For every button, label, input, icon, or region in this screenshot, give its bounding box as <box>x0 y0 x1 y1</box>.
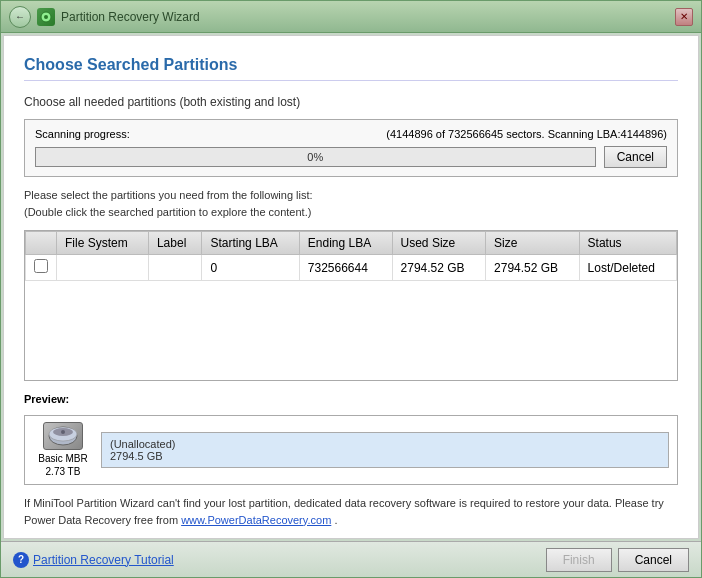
col-status: Status <box>579 232 676 255</box>
row-status: Lost/Deleted <box>579 255 676 281</box>
row-ending-lba: 732566644 <box>299 255 392 281</box>
progress-label-row: Scanning progress: (4144896 of 732566645… <box>35 128 667 140</box>
col-ending-lba: Ending LBA <box>299 232 392 255</box>
row-size: 2794.52 GB <box>486 255 580 281</box>
col-size: Size <box>486 232 580 255</box>
content-area: Choose Searched Partitions Choose all ne… <box>3 35 699 539</box>
footer-link[interactable]: www.PowerDataRecovery.com <box>181 514 331 526</box>
progress-cancel-button[interactable]: Cancel <box>604 146 667 168</box>
col-used-size: Used Size <box>392 232 486 255</box>
progress-bar-text: 0% <box>307 151 323 163</box>
row-label <box>148 255 202 281</box>
preview-bar-text: (Unallocated) 2794.5 GB <box>110 438 175 462</box>
footer-text-1: If MiniTool Partition Wizard can't find … <box>24 497 664 509</box>
table-row[interactable]: 0 732566644 2794.52 GB 2794.52 GB Lost/D… <box>26 255 677 281</box>
app-icon <box>37 8 55 26</box>
bottom-buttons: Finish Cancel <box>546 548 689 572</box>
col-starting-lba: Starting LBA <box>202 232 299 255</box>
progress-bar-container: 0% <box>35 147 596 167</box>
preview-section: Basic MBR 2.73 TB (Unallocated) 2794.5 G… <box>24 415 678 485</box>
select-instruction-line2: (Double click the searched partition to … <box>24 204 678 221</box>
tutorial-link[interactable]: ? Partition Recovery Tutorial <box>13 552 174 568</box>
page-instruction: Choose all needed partitions (both exist… <box>24 95 678 109</box>
partition-table: File System Label Starting LBA Ending LB… <box>25 231 677 281</box>
preview-bar-area: (Unallocated) 2794.5 GB <box>101 432 669 468</box>
preview-label: Preview: <box>24 393 69 405</box>
help-icon: ? <box>13 552 29 568</box>
svg-point-5 <box>61 430 65 434</box>
page-title: Choose Searched Partitions <box>24 56 678 81</box>
progress-detail: (4144896 of 732566645 sectors. Scanning … <box>386 128 667 140</box>
title-bar: ← Partition Recovery Wizard ✕ <box>1 1 701 33</box>
bottom-bar: ? Partition Recovery Tutorial Finish Can… <box>1 541 701 577</box>
progress-bar-row: 0% Cancel <box>35 146 667 168</box>
select-instruction: Please select the partitions you need fr… <box>24 187 678 220</box>
back-button[interactable]: ← <box>9 6 31 28</box>
row-checkbox-cell[interactable] <box>26 255 57 281</box>
footer-text-2: Power Data Recovery free from <box>24 514 181 526</box>
window-frame: ← Partition Recovery Wizard ✕ Choose Sea… <box>0 0 702 578</box>
table-header-row: File System Label Starting LBA Ending LB… <box>26 232 677 255</box>
footer-period: . <box>334 514 337 526</box>
row-checkbox[interactable] <box>34 259 48 273</box>
finish-button[interactable]: Finish <box>546 548 612 572</box>
row-starting-lba: 0 <box>202 255 299 281</box>
title-bar-left: ← Partition Recovery Wizard <box>9 6 669 28</box>
preview-disk-label: Basic MBR 2.73 TB <box>38 452 87 478</box>
close-button[interactable]: ✕ <box>675 8 693 26</box>
row-used-size: 2794.52 GB <box>392 255 486 281</box>
svg-point-1 <box>44 15 48 19</box>
progress-label: Scanning progress: <box>35 128 130 140</box>
progress-section: Scanning progress: (4144896 of 732566645… <box>24 119 678 177</box>
row-filesystem <box>57 255 149 281</box>
col-label: Label <box>148 232 202 255</box>
select-instruction-line1: Please select the partitions you need fr… <box>24 187 678 204</box>
title-bar-title: Partition Recovery Wizard <box>61 10 200 24</box>
disk-image <box>43 422 83 450</box>
col-filesystem: File System <box>57 232 149 255</box>
partition-table-container[interactable]: File System Label Starting LBA Ending LB… <box>24 230 678 381</box>
preview-disk-icon: Basic MBR 2.73 TB <box>33 422 93 478</box>
footer-text: If MiniTool Partition Wizard can't find … <box>24 495 678 528</box>
bottom-cancel-button[interactable]: Cancel <box>618 548 689 572</box>
tutorial-link-label: Partition Recovery Tutorial <box>33 553 174 567</box>
col-check <box>26 232 57 255</box>
